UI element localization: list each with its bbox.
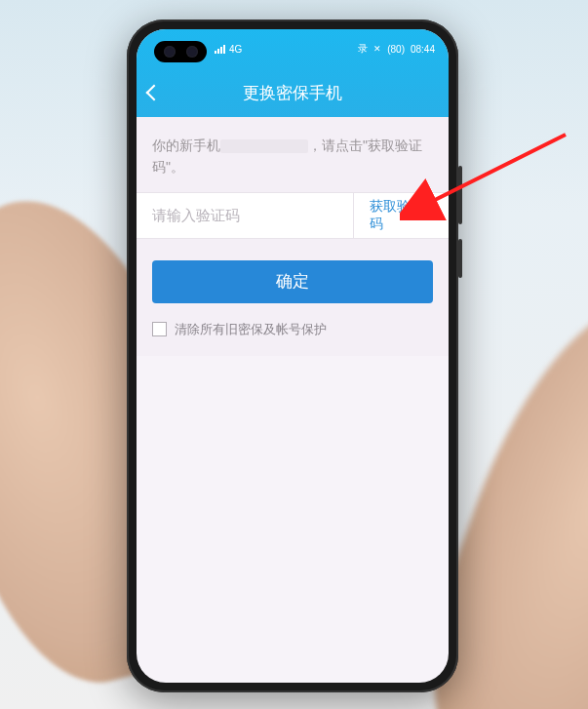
back-icon[interactable] [146,85,163,101]
hint-text: 你的新手机，请点击"获取验证码"。 [137,117,449,192]
checkbox-row[interactable]: 清除所有旧密保及帐号保护 [137,303,449,356]
verification-row: 获取验证码 [137,192,449,239]
volume-button [458,166,462,224]
network-label: 4G [229,44,242,55]
content-area: 你的新手机，请点击"获取验证码"。 获取验证码 确定 清除所有旧密保及帐号保护 [137,117,449,356]
confirm-button[interactable]: 确定 [152,260,433,303]
checkbox-label: 清除所有旧密保及帐号保护 [175,321,327,338]
phone-frame: 4G 录 ✕ (80) 08:44 更换密保手机 你的新手机，请点击"获取验证码… [127,20,458,692]
clock: 08:44 [411,44,435,55]
masked-phone [220,139,308,153]
app-header: 更换密保手机 [137,68,449,117]
clear-security-checkbox[interactable] [152,322,167,336]
camera-cutout [154,41,207,62]
screen: 4G 录 ✕ (80) 08:44 更换密保手机 你的新手机，请点击"获取验证码… [137,29,449,683]
power-button [458,239,462,278]
battery-text: (80) [387,44,405,55]
signal-icon [215,44,225,54]
verification-code-input[interactable] [137,207,353,223]
recording-icon: 录 [358,42,368,56]
get-code-button[interactable]: 获取验证码 [353,193,449,238]
page-title: 更换密保手机 [243,82,342,104]
